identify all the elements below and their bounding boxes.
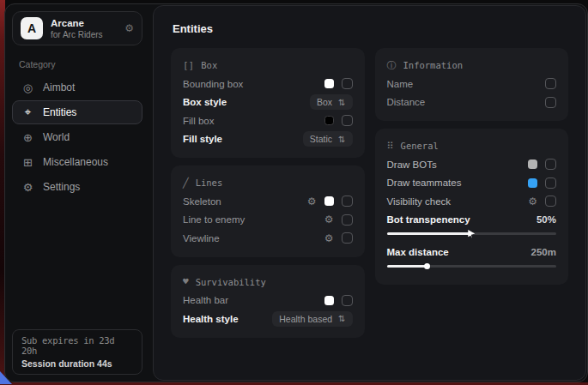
survivability-section: ♥ Survivability Health bar Health style bbox=[171, 265, 365, 338]
slider-fill bbox=[387, 232, 472, 235]
chevrons-up-down-icon: ⇅ bbox=[338, 314, 345, 323]
draw-bots-checkbox[interactable] bbox=[545, 159, 556, 170]
line-to-enemy-label: Line to enemy bbox=[183, 214, 245, 225]
sidebar-item-world[interactable]: ⊕ World bbox=[12, 125, 142, 149]
chevrons-up-down-icon: ⇅ bbox=[338, 135, 345, 144]
section-title: General bbox=[401, 141, 439, 151]
sidebar-item-entities[interactable]: ⌖ Entities bbox=[12, 100, 142, 124]
viewline-row: Viewline ⚙ bbox=[183, 229, 353, 248]
heart-icon: ♥ bbox=[183, 276, 189, 287]
brand-gear-icon[interactable]: ⚙ bbox=[124, 22, 134, 34]
draw-bots-row: Draw BOTs bbox=[387, 155, 557, 174]
draw-teammates-checkbox[interactable] bbox=[545, 177, 556, 189]
cheat-menu-window: A Arcane for Arc Riders ⚙ Category ◎ Aim… bbox=[4, 3, 588, 382]
visibility-check-checkbox[interactable] bbox=[545, 196, 556, 207]
bounding-box-label: Bounding box bbox=[183, 79, 243, 89]
sidebar-item-label: Miscellaneous bbox=[43, 156, 108, 168]
viewline-checkbox[interactable] bbox=[342, 232, 353, 244]
brand-logo: A bbox=[21, 17, 43, 39]
dropdown-value: Box bbox=[317, 97, 332, 107]
dots-grid-icon: ⠿ bbox=[387, 141, 394, 152]
draw-bots-color-swatch[interactable] bbox=[528, 159, 537, 169]
sidebar-item-label: Entities bbox=[43, 106, 76, 118]
info-icon: ⓘ bbox=[387, 59, 397, 72]
gear-icon: ⚙ bbox=[21, 181, 34, 194]
diagonal-line-icon: ╱ bbox=[183, 177, 189, 189]
health-style-dropdown[interactable]: Health based ⇅ bbox=[272, 311, 352, 327]
sidebar-item-aimbot[interactable]: ◎ Aimbot bbox=[12, 75, 142, 99]
bot-transparency-row: Bot transpenency 50% bbox=[387, 211, 557, 230]
box-section: [] Box Bounding box Box style Box bbox=[171, 48, 365, 158]
line-to-enemy-row: Line to enemy ⚙ bbox=[183, 211, 353, 230]
draw-teammates-label: Draw teammates bbox=[387, 177, 462, 188]
sidebar-item-label: World bbox=[43, 131, 70, 143]
general-section: ⠿ General Draw BOTs Draw teammates bbox=[375, 129, 569, 285]
health-bar-label: Health bar bbox=[183, 295, 228, 305]
brand-subtitle: for Arc Riders bbox=[51, 30, 117, 39]
name-checkbox[interactable] bbox=[545, 78, 556, 89]
page-title: Entities bbox=[173, 22, 567, 35]
bounding-box-color-swatch[interactable] bbox=[324, 79, 334, 88]
sidebar-item-label: Aimbot bbox=[43, 81, 75, 93]
bounding-box-checkbox[interactable] bbox=[342, 78, 353, 89]
slider-thumb[interactable] bbox=[424, 263, 430, 269]
health-bar-color-swatch[interactable] bbox=[324, 296, 334, 305]
skeleton-label: Skeleton bbox=[183, 196, 221, 207]
box-style-row: Box style Box ⇅ bbox=[183, 93, 353, 112]
section-title: Survivability bbox=[196, 277, 266, 287]
draw-teammates-color-swatch[interactable] bbox=[528, 178, 537, 188]
health-bar-row: Health bar bbox=[183, 292, 353, 310]
session-duration-text: Session duration 44s bbox=[21, 358, 133, 369]
health-style-row: Health style Health based ⇅ bbox=[183, 310, 353, 328]
globe-icon: ⊕ bbox=[21, 131, 34, 144]
box-style-label: Box style bbox=[183, 97, 227, 107]
distance-row: Distance bbox=[387, 93, 557, 112]
visibility-check-config-gear-icon[interactable]: ⚙ bbox=[528, 196, 537, 207]
right-column: ⓘ Information Name Distance bbox=[375, 48, 569, 285]
brand-card: A Arcane for Arc Riders ⚙ bbox=[12, 11, 142, 45]
main-panel: Entities [] Box Bounding box bbox=[153, 5, 586, 381]
dropdown-value: Health based bbox=[279, 314, 332, 324]
left-column: [] Box Bounding box Box style Box bbox=[171, 48, 365, 338]
distance-checkbox[interactable] bbox=[545, 97, 556, 108]
crosshair-icon: ◎ bbox=[21, 81, 34, 94]
bot-transparency-slider[interactable] bbox=[387, 232, 557, 235]
bounding-box-row: Bounding box bbox=[183, 75, 353, 93]
sub-expiry-text: Sub expires in 23d 20h bbox=[21, 335, 133, 356]
viewline-config-gear-icon[interactable]: ⚙ bbox=[324, 233, 334, 244]
health-style-label: Health style bbox=[183, 314, 239, 324]
skeleton-color-swatch[interactable] bbox=[324, 196, 334, 206]
distance-label: Distance bbox=[387, 97, 426, 107]
skeleton-checkbox[interactable] bbox=[342, 196, 353, 207]
bot-transparency-label: Bot transpenency bbox=[387, 214, 470, 225]
slider-fill bbox=[387, 265, 427, 268]
fill-box-color-swatch[interactable] bbox=[324, 116, 334, 125]
visibility-check-label: Visibility check bbox=[387, 196, 452, 207]
sidebar-item-label: Settings bbox=[43, 181, 80, 193]
section-title: Lines bbox=[196, 177, 223, 188]
chevrons-up-down-icon: ⇅ bbox=[338, 98, 345, 107]
section-title: Box bbox=[201, 60, 217, 70]
max-distance-label: Max distance bbox=[387, 247, 449, 257]
line-to-enemy-checkbox[interactable] bbox=[342, 214, 353, 226]
mouse-cursor-icon bbox=[468, 230, 475, 238]
fill-style-dropdown[interactable]: Static ⇅ bbox=[303, 131, 353, 147]
health-bar-checkbox[interactable] bbox=[342, 295, 353, 306]
subscription-card: Sub expires in 23d 20h Session duration … bbox=[12, 329, 142, 375]
section-title: Information bbox=[403, 60, 464, 70]
sidebar-item-miscellaneous[interactable]: ⊞ Miscellaneous bbox=[12, 150, 142, 174]
line-to-enemy-config-gear-icon[interactable]: ⚙ bbox=[324, 214, 334, 225]
dropdown-value: Static bbox=[310, 134, 332, 144]
draw-bots-label: Draw BOTs bbox=[387, 159, 437, 170]
fill-box-checkbox[interactable] bbox=[342, 115, 353, 126]
brand-text: Arcane for Arc Riders bbox=[51, 18, 117, 39]
bot-transparency-value: 50% bbox=[536, 214, 556, 225]
box-style-dropdown[interactable]: Box ⇅ bbox=[310, 94, 352, 110]
information-section: ⓘ Information Name Distance bbox=[375, 48, 569, 121]
lines-section: ╱ Lines Skeleton ⚙ Line to enemy bbox=[171, 165, 365, 257]
max-distance-slider[interactable] bbox=[387, 265, 557, 268]
skeleton-config-gear-icon[interactable]: ⚙ bbox=[307, 196, 317, 207]
name-row: Name bbox=[387, 75, 557, 93]
brand-name: Arcane bbox=[51, 18, 117, 28]
sidebar-item-settings[interactable]: ⚙ Settings bbox=[12, 175, 142, 199]
